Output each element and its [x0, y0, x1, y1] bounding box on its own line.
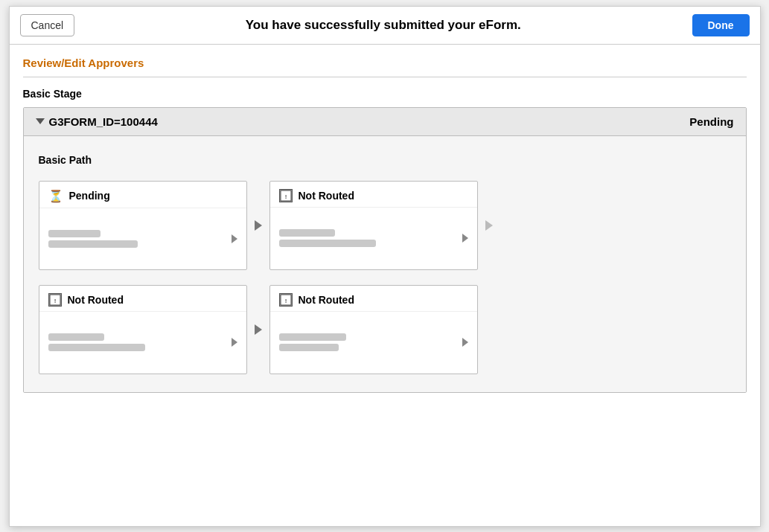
modal-container: Cancel You have successfully submitted y… — [9, 6, 761, 527]
arrow-1-2 — [255, 220, 262, 231]
node-card-not-routed-2: ! Not Routed — [39, 285, 247, 374]
path-row-1: ⏳ Pending — [39, 181, 731, 270]
hourglass-icon: ⏳ — [48, 189, 63, 203]
blurred-name-3 — [48, 333, 104, 341]
node-body-1 — [39, 208, 246, 269]
blurred-name-4 — [279, 333, 346, 341]
svg-text:!: ! — [284, 193, 287, 199]
node-2-status: Not Routed — [299, 190, 354, 202]
chevron-icon-1[interactable] — [232, 234, 237, 243]
node-3-status: Not Routed — [68, 294, 124, 306]
node-header-3: ! Not Routed — [39, 286, 246, 312]
form-id-label: G3FORM_ID=100444 — [49, 115, 158, 128]
node-body-4 — [270, 312, 477, 374]
form-status: Pending — [689, 115, 733, 128]
node-user-info-2 — [279, 229, 376, 247]
arrow-trailing-1 — [485, 220, 493, 231]
modal-header: Cancel You have successfully submitted y… — [10, 7, 760, 45]
section-title: Review/Edit Approvers — [23, 57, 747, 69]
not-routed-icon-3: ! — [279, 293, 293, 307]
node-card-pending: ⏳ Pending — [39, 181, 247, 270]
blurred-detail-4 — [279, 344, 339, 351]
not-routed-icon-1: ! — [279, 189, 293, 202]
node-user-info-1 — [48, 230, 138, 248]
blurred-detail-1 — [48, 240, 138, 248]
section-divider — [23, 77, 747, 77]
form-header: G3FORM_ID=100444 Pending — [24, 108, 746, 136]
node-1-status: Pending — [69, 190, 110, 202]
node-header-1: ⏳ Pending — [39, 182, 246, 208]
header-title: You have successfully submitted your eFo… — [74, 18, 692, 33]
node-card-not-routed-3: ! Not Routed — [269, 285, 478, 374]
path-rows: ⏳ Pending — [39, 181, 731, 374]
blurred-name-1 — [48, 230, 100, 237]
node-header-4: ! Not Routed — [270, 286, 477, 312]
form-container: G3FORM_ID=100444 Pending Basic Path ⏳ Pe… — [23, 107, 747, 393]
stage-label: Basic Stage — [23, 88, 747, 100]
svg-text:!: ! — [54, 297, 56, 304]
node-4-status: Not Routed — [299, 294, 354, 306]
node-user-info-3 — [48, 333, 145, 351]
done-button[interactable]: Done — [692, 14, 750, 36]
chevron-icon-2[interactable] — [462, 234, 468, 243]
node-body-3 — [39, 312, 246, 374]
chevron-icon-3[interactable] — [232, 338, 237, 347]
blurred-detail-3 — [48, 344, 145, 351]
path-row-2: ! Not Routed — [39, 285, 731, 374]
arrow-3-4 — [255, 324, 262, 335]
path-container: Basic Path ⏳ Pending — [24, 136, 746, 392]
path-title: Basic Path — [39, 154, 731, 166]
node-body-2 — [270, 208, 477, 269]
cancel-button[interactable]: Cancel — [20, 14, 75, 36]
node-header-2: ! Not Routed — [270, 182, 477, 208]
svg-text:!: ! — [284, 297, 287, 304]
chevron-icon-4[interactable] — [462, 338, 468, 347]
collapse-icon — [36, 118, 45, 124]
modal-body: Review/Edit Approvers Basic Stage G3FORM… — [10, 45, 760, 526]
form-header-left: G3FORM_ID=100444 — [36, 115, 158, 128]
node-user-info-4 — [279, 333, 346, 351]
node-card-not-routed-1: ! Not Routed — [269, 181, 478, 270]
blurred-detail-2 — [279, 240, 376, 247]
blurred-name-2 — [279, 229, 335, 237]
not-routed-icon-2: ! — [48, 293, 62, 307]
